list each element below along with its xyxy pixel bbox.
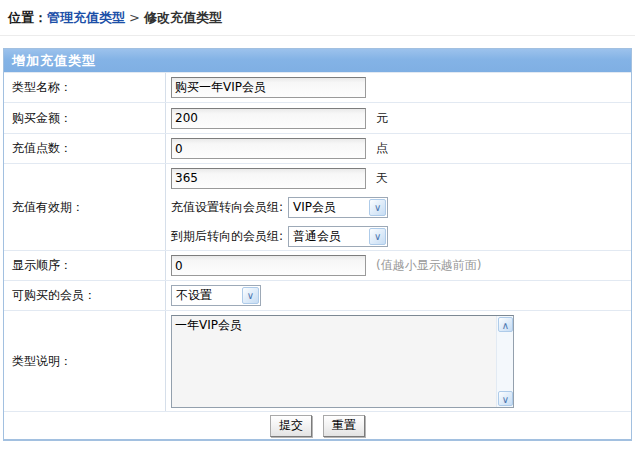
reset-button[interactable]: 重置 [323, 415, 365, 437]
redirect-group-subrow: 充值设置转向会员组: VIP会员 ∨ [171, 193, 631, 222]
scrollbar-down-button[interactable]: ∨ [498, 391, 513, 406]
description-textarea[interactable]: 一年VIP会员 [172, 316, 496, 407]
form-row-purchasable-members: 可购买的会员： 不设置 ∨ [4, 280, 631, 310]
form-row-description: 类型说明： 一年VIP会员 ∧ ∨ [4, 310, 631, 411]
type-name-input[interactable] [171, 77, 366, 98]
validity-days-unit: 天 [376, 170, 388, 187]
validity-label: 充值有效期： [4, 164, 166, 250]
points-unit: 点 [376, 140, 388, 157]
submit-button[interactable]: 提交 [270, 415, 312, 437]
form-row-type-name: 类型名称： [4, 72, 631, 102]
redirect-group-select[interactable]: VIP会员 ∨ [288, 197, 388, 218]
expire-group-subrow: 到期后转向的会员组: 普通会员 ∨ [171, 222, 631, 251]
points-input[interactable] [171, 138, 366, 159]
description-label: 类型说明： [4, 311, 166, 411]
form-row-points: 充值点数： 点 [4, 133, 631, 163]
amount-input[interactable] [171, 108, 366, 129]
form-row-validity: 充值有效期： 天 充值设置转向会员组: VIP会员 ∨ 到期后转向的会员组: [4, 163, 631, 250]
scrollbar-up-button[interactable]: ∧ [498, 317, 513, 332]
breadcrumb: 位置：管理充值类型>修改充值类型 [0, 0, 635, 36]
purchasable-members-label: 可购买的会员： [4, 281, 166, 310]
redirect-group-selected-value: VIP会员 [290, 199, 336, 216]
display-order-input[interactable] [171, 255, 366, 276]
form-row-amount: 购买金额： 元 [4, 102, 631, 133]
form-row-display-order: 显示顺序： (值越小显示越前面) [4, 250, 631, 280]
description-textarea-box: 一年VIP会员 ∧ ∨ [171, 315, 514, 408]
display-order-label: 显示顺序： [4, 251, 166, 280]
chevron-down-icon[interactable]: ∨ [369, 199, 386, 216]
breadcrumb-current: 修改充值类型 [144, 10, 222, 25]
form-actions-row: 提交 重置 [4, 411, 631, 439]
breadcrumb-prefix: 位置： [8, 10, 47, 25]
breadcrumb-link-manage-recharge-types[interactable]: 管理充值类型 [47, 10, 125, 25]
expire-group-selected-value: 普通会员 [290, 228, 341, 245]
textarea-scrollbar[interactable]: ∧ ∨ [496, 316, 513, 407]
purchasable-members-selected-value: 不设置 [173, 287, 212, 304]
amount-label: 购买金额： [4, 103, 166, 133]
panel-header: 增加充值类型 [4, 49, 631, 72]
add-recharge-type-panel: 增加充值类型 类型名称： 购买金额： 元 充值点数： 点 充值有效期： 天 [3, 48, 632, 441]
chevron-down-icon[interactable]: ∨ [369, 228, 386, 245]
validity-days-input[interactable] [171, 168, 366, 189]
chevron-down-icon[interactable]: ∨ [242, 287, 259, 304]
purchasable-members-select[interactable]: 不设置 ∨ [171, 285, 261, 306]
type-name-label: 类型名称： [4, 73, 166, 102]
expire-group-label: 到期后转向的会员组: [171, 228, 283, 245]
breadcrumb-separator: > [125, 10, 144, 25]
validity-days-subrow: 天 [171, 164, 631, 193]
expire-group-select[interactable]: 普通会员 ∨ [288, 226, 388, 247]
points-label: 充值点数： [4, 134, 166, 163]
redirect-group-label: 充值设置转向会员组: [171, 199, 283, 216]
amount-unit: 元 [376, 110, 388, 127]
display-order-note: (值越小显示越前面) [376, 257, 481, 274]
